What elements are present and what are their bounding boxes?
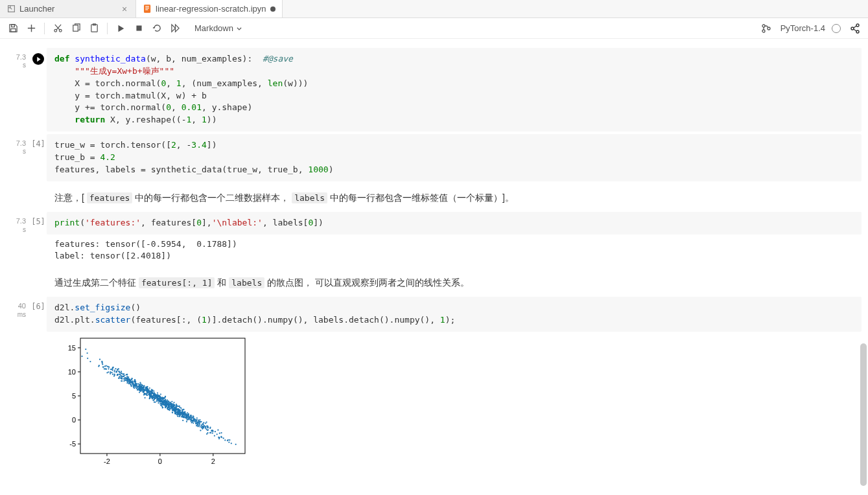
svg-point-820 [150,395,152,396]
svg-point-330 [221,432,222,433]
svg-rect-7 [10,29,16,32]
close-icon[interactable]: × [120,5,129,14]
svg-point-967 [160,402,161,403]
svg-point-604 [169,402,170,404]
svg-point-960 [87,352,88,354]
svg-point-904 [200,421,202,422]
svg-point-891 [160,393,161,395]
run-button[interactable] [113,21,128,36]
code-input[interactable]: def synthetic_data(w, b, num_examples): … [47,48,862,132]
code-input[interactable]: d2l.set_figsize() d2l.plt.scatter(featur… [47,297,862,332]
timing-value: 7.3 [0,139,26,148]
svg-point-791 [159,395,160,397]
svg-point-844 [126,377,128,378]
svg-point-1013 [141,384,143,386]
svg-point-1000 [154,395,155,397]
svg-point-918 [134,380,135,381]
svg-point-135 [212,432,213,433]
svg-point-888 [218,438,220,439]
svg-point-60 [158,402,159,404]
svg-point-206 [182,420,183,421]
stop-button[interactable] [131,21,147,36]
run-all-button[interactable] [167,21,183,36]
svg-text:10: 10 [68,368,76,376]
svg-point-710 [204,425,205,426]
cell-gutter: 7.3s [0,48,30,132]
svg-point-899 [118,368,119,369]
svg-point-14 [762,25,765,27]
svg-point-698 [143,386,145,387]
svg-point-1003 [169,404,170,405]
code-input[interactable]: true_w = torch.tensor([2, -3.4]) true_b … [47,134,862,181]
svg-point-123 [81,356,82,357]
svg-point-19 [856,30,859,33]
code-cell[interactable]: 40ms [6] d2l.set_figsize() d2l.plt.scatt… [0,295,868,481]
svg-point-956 [165,401,166,402]
run-cell-icon[interactable] [32,53,44,65]
svg-rect-13 [136,25,141,30]
markdown-cell[interactable]: 注意，[ features 中的每一行都包含一个二维数据样本， labels 中… [0,183,868,211]
svg-rect-5 [145,9,148,10]
svg-point-542 [112,369,113,371]
svg-point-849 [119,371,120,373]
markdown-cell[interactable]: 通过生成第二个特征 features[:, 1] 和 labels 的散点图， … [0,268,868,296]
svg-point-385 [124,379,126,380]
svg-point-237 [187,412,188,413]
svg-point-415 [200,430,201,431]
scrollbar[interactable] [860,39,867,495]
code-input[interactable]: print('features:', features[0],'\nlabel:… [47,212,862,235]
notebook-body[interactable]: 7.3s def synthetic_data(w, b, num_exampl… [0,39,868,495]
kernel-status-icon[interactable] [832,24,841,33]
share-button[interactable] [847,21,863,36]
svg-point-981 [158,396,159,397]
svg-point-933 [196,425,197,426]
scrollbar-thumb[interactable] [860,343,867,486]
svg-point-1012 [102,362,103,363]
svg-point-809 [163,404,164,406]
restart-button[interactable] [149,21,165,36]
svg-point-667 [198,420,199,421]
kernel-selector[interactable]: PyTorch-1.4 [780,23,825,33]
svg-point-453 [106,372,108,373]
svg-point-985 [137,389,138,390]
svg-point-108 [153,391,154,392]
exec-count: [6] [31,302,45,311]
launcher-icon [6,5,16,14]
svg-point-706 [235,444,237,445]
add-cell-button[interactable] [23,21,39,36]
svg-point-862 [199,422,200,423]
svg-point-201 [173,402,174,403]
code-cell[interactable]: 7.3s [5] print('features:', features[0],… [0,211,868,267]
code-cell[interactable]: 7.3s def synthetic_data(w, b, num_exampl… [0,47,868,133]
svg-point-561 [140,390,141,391]
svg-text:0: 0 [158,457,162,465]
svg-point-957 [147,386,148,387]
cell-gutter: 40ms [0,297,30,480]
notebook-toolbar: Markdown PyTorch-1.4 [0,18,868,39]
cut-button[interactable] [50,21,65,36]
svg-text:15: 15 [68,344,76,352]
tab-notebook[interactable]: linear-regression-scratch.ipyn [136,0,283,17]
svg-point-897 [151,397,152,398]
save-button[interactable] [5,21,21,36]
git-button[interactable] [758,21,774,36]
svg-point-964 [175,409,176,410]
code-cell[interactable]: 7.3s [4] true_w = torch.tensor([2, -3.4]… [0,133,868,183]
markdown-content: 通过生成第二个特征 features[:, 1] 和 labels 的散点图， … [47,269,862,295]
svg-point-188 [139,382,141,384]
svg-point-866 [167,402,168,403]
tab-launcher[interactable]: Launcher × [0,0,136,17]
svg-point-949 [130,380,131,381]
paste-button[interactable] [86,21,102,36]
copy-button[interactable] [68,21,84,36]
svg-text:-5: -5 [69,440,76,448]
svg-point-955 [168,406,169,407]
svg-point-818 [163,397,164,398]
svg-point-471 [114,369,115,371]
svg-point-974 [138,387,139,389]
svg-point-661 [169,408,170,409]
cell-type-select[interactable]: Markdown [191,23,246,33]
svg-point-756 [190,415,191,416]
svg-point-935 [178,409,180,410]
svg-point-856 [202,424,204,426]
